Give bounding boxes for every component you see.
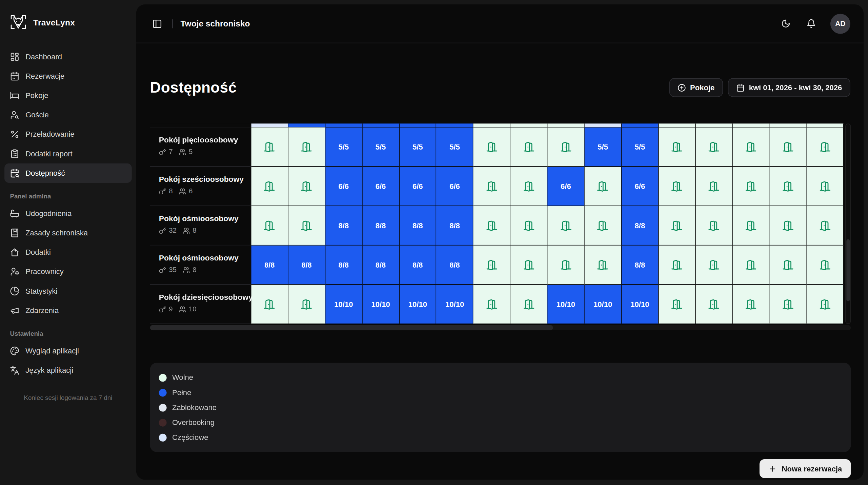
sidebar-item-zdarzenia[interactable]: Zdarzenia [4,301,132,320]
day-cell-full[interactable]: 8/8 [362,206,399,246]
day-cell-free[interactable] [807,285,844,324]
day-cell-free[interactable] [807,128,844,167]
day-cell-full[interactable]: 6/6 [400,167,437,206]
day-cell-free[interactable] [510,285,547,324]
day-cell-free[interactable] [733,167,770,206]
day-cell-full[interactable]: 10/10 [437,285,473,324]
day-cell-free[interactable] [696,285,733,324]
day-cell-free[interactable] [807,246,844,285]
sidebar-item-dostępność[interactable]: Dostępność [4,163,132,183]
day-cell-full[interactable]: 10/10 [622,285,659,324]
day-cell-full[interactable]: 10/10 [585,285,622,324]
sidebar-item-pokoje[interactable]: Pokoje [4,86,132,105]
day-cell-full[interactable] [400,123,437,127]
day-cell-free[interactable] [696,123,733,127]
day-cell-free[interactable] [696,128,733,167]
day-cell-free[interactable] [510,206,547,246]
day-cell-free[interactable] [770,123,807,127]
grid-horizontal-scrollbar[interactable] [150,325,851,330]
sidebar-item-zasady-schroniska[interactable]: Zasady schroniska [4,223,132,242]
sidebar-item-przeładowanie[interactable]: Przeładowanie [4,124,132,144]
rooms-button[interactable]: Pokoje [669,78,723,97]
day-cell-free[interactable] [510,128,547,167]
day-cell-full[interactable]: 8/8 [325,206,362,246]
sidebar-item-udogodnienia[interactable]: Udogodnienia [4,204,132,223]
grid-vertical-scrollbar[interactable] [845,123,851,324]
day-cell-free[interactable] [585,206,622,246]
day-cell-free[interactable] [288,167,325,206]
new-reservation-button[interactable]: Nowa rezerwacja [760,459,851,478]
day-cell-full[interactable]: 6/6 [548,167,585,206]
day-cell-free[interactable] [733,128,770,167]
grid-vertical-scrollbar-thumb[interactable] [846,239,850,302]
day-cell-full[interactable]: 10/10 [400,285,437,324]
day-cell-free[interactable] [807,167,844,206]
day-cell-free[interactable] [733,285,770,324]
day-cell-free[interactable] [733,206,770,246]
day-cell-full[interactable]: 8/8 [437,206,473,246]
day-cell-free[interactable] [585,246,622,285]
day-cell-full[interactable]: 5/5 [325,128,362,167]
sidebar-item-goście[interactable]: Goście [4,105,132,124]
day-cell-free[interactable] [770,206,807,246]
day-cell-free[interactable] [659,128,695,167]
day-cell-full[interactable]: 8/8 [622,206,659,246]
grid-horizontal-scrollbar-thumb[interactable] [150,325,553,330]
user-avatar[interactable]: AD [830,14,850,34]
day-cell-free[interactable] [548,128,585,167]
date-range-picker[interactable]: kwi 01, 2026 - kwi 30, 2026 [728,78,850,97]
day-cell-full[interactable]: 8/8 [400,206,437,246]
day-cell-partial[interactable] [585,123,622,127]
day-cell-full[interactable]: 6/6 [622,167,659,206]
day-cell-full[interactable] [288,123,325,127]
day-cell-free[interactable] [696,167,733,206]
day-cell-full[interactable]: 8/8 [437,246,473,285]
day-cell-free[interactable] [473,167,510,206]
day-cell-free[interactable] [251,206,288,246]
day-cell-partial[interactable] [251,123,288,127]
sidebar-item-wygląd-aplikacji[interactable]: Wygląd aplikacji [4,341,132,361]
day-cell-free[interactable] [473,128,510,167]
day-cell-free[interactable] [659,246,695,285]
day-cell-free[interactable] [659,206,695,246]
day-cell-free[interactable] [659,123,695,127]
day-cell-free[interactable] [548,246,585,285]
day-cell-free[interactable] [473,206,510,246]
day-cell-free[interactable] [770,167,807,206]
day-cell-full[interactable]: 8/8 [400,246,437,285]
day-cell-full[interactable]: 8/8 [362,246,399,285]
day-cell-free[interactable] [733,246,770,285]
day-cell-free[interactable] [473,123,510,127]
sidebar-item-pracownicy[interactable]: Pracownicy [4,262,132,282]
sidebar-item-język-aplikacji[interactable]: Język aplikacji [4,361,132,380]
day-cell-free[interactable] [807,206,844,246]
day-cell-full[interactable]: 8/8 [622,246,659,285]
day-cell-full[interactable]: 6/6 [325,167,362,206]
day-cell-free[interactable] [548,206,585,246]
day-cell-free[interactable] [510,246,547,285]
day-cell-free[interactable] [696,206,733,246]
day-cell-free[interactable] [251,285,288,324]
day-cell-free[interactable] [251,167,288,206]
day-cell-free[interactable] [473,246,510,285]
day-cell-free[interactable] [288,285,325,324]
day-cell-free[interactable] [770,128,807,167]
sidebar-item-dodatki[interactable]: Dodatki [4,242,132,262]
day-cell-full[interactable] [325,123,362,127]
dark-mode-toggle-moon-icon[interactable] [780,17,792,30]
day-cell-full[interactable]: 5/5 [585,128,622,167]
day-cell-full[interactable]: 8/8 [288,246,325,285]
day-cell-free[interactable] [770,246,807,285]
notifications-bell-icon[interactable] [805,17,817,30]
day-cell-full[interactable]: 8/8 [325,246,362,285]
day-cell-free[interactable] [585,167,622,206]
day-cell-free[interactable] [696,246,733,285]
day-cell-free[interactable] [288,128,325,167]
day-cell-full[interactable]: 10/10 [548,285,585,324]
day-cell-full[interactable] [362,123,399,127]
day-cell-full[interactable]: 5/5 [400,128,437,167]
day-cell-free[interactable] [288,206,325,246]
day-cell-free[interactable] [473,285,510,324]
day-cell-free[interactable] [510,167,547,206]
sidebar-item-statystyki[interactable]: Statystyki [4,282,132,301]
